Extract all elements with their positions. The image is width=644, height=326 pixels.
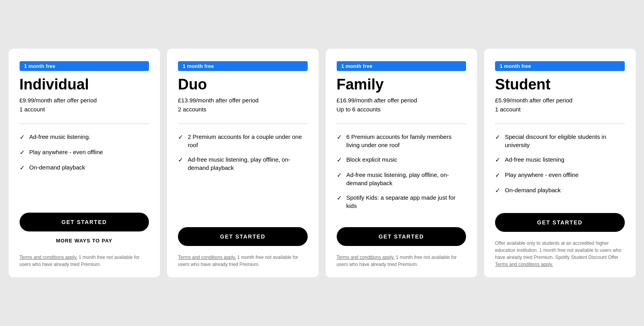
- terms-conditions-link[interactable]: Terms and conditions apply.: [20, 255, 78, 260]
- checkmark-icon: ✓: [337, 133, 342, 142]
- terms-conditions-link[interactable]: Terms and conditions apply.: [337, 255, 395, 260]
- plan-price: £16.99/month after offer period: [337, 96, 466, 104]
- feature-item: ✓6 Premium accounts for family members l…: [337, 133, 466, 149]
- offer-badge: 1 month free: [20, 61, 149, 71]
- get-started-button[interactable]: GET STARTED: [20, 213, 149, 231]
- checkmark-icon: ✓: [337, 171, 342, 180]
- feature-text: Block explicit music: [346, 155, 397, 164]
- checkmark-icon: ✓: [495, 133, 500, 142]
- offer-badge: 1 month free: [337, 61, 466, 71]
- features-list: ✓6 Premium accounts for family members l…: [337, 133, 466, 216]
- terms-conditions-link[interactable]: Terms and conditions apply.: [178, 255, 236, 260]
- features-list: ✓Ad-free music listening.✓Play anywhere …: [20, 133, 149, 202]
- get-started-button[interactable]: GET STARTED: [337, 227, 466, 246]
- terms-text: Terms and conditions apply. 1 month free…: [337, 254, 466, 268]
- feature-item: ✓Ad-free music listening: [495, 155, 625, 164]
- feature-item: ✓Play anywhere - even offline: [20, 148, 149, 157]
- checkmark-icon: ✓: [495, 171, 500, 180]
- plan-name: Duo: [178, 76, 308, 93]
- plan-name: Individual: [20, 76, 149, 93]
- terms-text: Terms and conditions apply. 1 month free…: [20, 254, 149, 268]
- plan-accounts: Up to 6 accounts: [337, 106, 466, 113]
- plan-accounts: 2 accounts: [178, 106, 308, 113]
- feature-text: Ad-free music listening.: [29, 133, 91, 141]
- checkmark-icon: ✓: [20, 164, 25, 172]
- feature-text: 6 Premium accounts for family members li…: [346, 133, 466, 149]
- terms-text: Offer available only to students at an a…: [495, 240, 625, 268]
- get-started-button[interactable]: GET STARTED: [495, 213, 625, 232]
- checkmark-icon: ✓: [178, 133, 183, 142]
- features-list: ✓2 Premium accounts for a couple under o…: [178, 133, 308, 216]
- divider: [495, 124, 625, 124]
- feature-text: On-demand playback: [505, 186, 561, 194]
- terms-conditions-link[interactable]: Terms and conditions apply.: [495, 262, 553, 267]
- feature-item: ✓On-demand playback: [20, 163, 149, 172]
- plan-card-family: 1 month freeFamily£16.99/month after off…: [326, 49, 477, 277]
- feature-item: ✓Special discount for eligible students …: [495, 133, 625, 149]
- plan-accounts: 1 account: [20, 106, 149, 113]
- feature-text: On-demand playback: [29, 163, 85, 171]
- feature-text: 2 Premium accounts for a couple under on…: [188, 133, 308, 149]
- checkmark-icon: ✓: [20, 133, 25, 142]
- feature-item: ✓Play anywhere - even offline: [495, 171, 625, 180]
- plan-name: Family: [337, 76, 466, 93]
- features-list: ✓Special discount for eligible students …: [495, 133, 625, 202]
- feature-item: ✓Block explicit music: [337, 155, 466, 164]
- feature-text: Play anywhere - even offline: [505, 171, 579, 179]
- plan-card-student: 1 month freeStudent£5.99/month after off…: [484, 49, 636, 277]
- offer-badge: 1 month free: [178, 61, 308, 71]
- checkmark-icon: ✓: [337, 194, 342, 202]
- divider: [20, 124, 149, 124]
- divider: [337, 124, 466, 124]
- divider: [178, 124, 308, 124]
- feature-item: ✓Ad-free music listening.: [20, 133, 149, 142]
- feature-text: Ad-free music listening: [505, 155, 564, 164]
- checkmark-icon: ✓: [495, 186, 500, 195]
- feature-text: Spotify Kids: a separate app made just f…: [346, 193, 466, 210]
- feature-item: ✓Ad-free music listening, play offline, …: [178, 155, 308, 172]
- plan-accounts: 1 account: [495, 106, 625, 113]
- plan-name: Student: [495, 76, 625, 93]
- feature-text: Play anywhere - even offline: [29, 148, 103, 156]
- offer-badge: 1 month free: [495, 61, 625, 71]
- plan-card-individual: 1 month freeIndividual£9.99/month after …: [9, 49, 160, 277]
- feature-text: Special discount for eligible students i…: [505, 133, 625, 149]
- cards-container: 1 month freeIndividual£9.99/month after …: [9, 49, 636, 277]
- checkmark-icon: ✓: [495, 156, 500, 164]
- feature-text: Ad-free music listening, play offline, o…: [188, 155, 308, 172]
- plan-price: £13.99/month after offer period: [178, 96, 308, 104]
- checkmark-icon: ✓: [20, 148, 25, 157]
- feature-text: Ad-free music listening, play offline, o…: [346, 171, 466, 187]
- plan-price: £9.99/month after offer period: [20, 96, 149, 104]
- plan-price: £5.99/month after offer period: [495, 96, 625, 104]
- get-started-button[interactable]: GET STARTED: [178, 227, 308, 246]
- feature-item: ✓2 Premium accounts for a couple under o…: [178, 133, 308, 149]
- terms-text: Terms and conditions apply. 1 month free…: [178, 254, 308, 268]
- feature-item: ✓Spotify Kids: a separate app made just …: [337, 193, 466, 210]
- feature-item: ✓Ad-free music listening, play offline, …: [337, 171, 466, 187]
- checkmark-icon: ✓: [337, 156, 342, 164]
- more-ways-to-pay[interactable]: MORE WAYS TO PAY: [20, 238, 149, 244]
- feature-item: ✓On-demand playback: [495, 186, 625, 195]
- plan-card-duo: 1 month freeDuo£13.99/month after offer …: [167, 49, 319, 277]
- checkmark-icon: ✓: [178, 156, 183, 164]
